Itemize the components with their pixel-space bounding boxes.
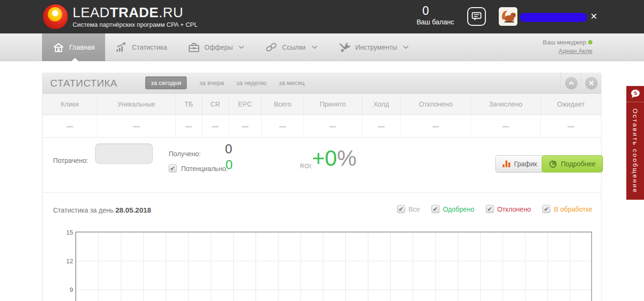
y-axis-tick-9: 9 [57,286,73,293]
cell-total: — [262,115,304,137]
chevron-down-icon [403,45,409,49]
brand-title: LEADTRADE.RU [73,5,198,20]
statistics-icon [116,42,127,53]
user-avatar[interactable] [499,7,517,26]
brand-bold: TRADE [110,5,159,20]
nav-item-links[interactable]: Ссылки [255,33,328,61]
tab-week[interactable]: за неделю [236,79,267,86]
filter-all[interactable]: ✔ Все [397,205,420,213]
spent-input[interactable] [95,143,153,164]
pie-chart-icon [549,160,557,168]
col-header-accepted: Принято [304,94,362,115]
balance-block: 0 Ваш баланс [417,4,454,26]
nav-label-statistics: Статистика [132,43,167,51]
tab-month[interactable]: за месяц [279,79,305,86]
manager-label: Ваш менеджер [543,38,592,47]
squirrel-avatar-image [499,7,517,26]
leadtrade-logo-icon[interactable] [43,4,68,29]
cell-tb: — [176,115,202,137]
filter-rejected-checkbox[interactable]: ✔ [486,205,494,213]
col-header-pending: Ожидает [541,94,601,115]
nav-label-home: Главная [69,43,95,51]
chevron-up-icon [569,81,574,85]
brand-tld: .RU [159,5,183,20]
filter-processing-checkbox[interactable]: ✔ [542,205,550,213]
roi-percent-sign: % [337,146,356,171]
manager-name-link[interactable]: Аднан Акле [558,47,592,54]
tab-today[interactable]: за сегодня [145,76,187,89]
home-icon [53,42,64,53]
col-header-clicks: Клики [43,94,97,115]
filter-processing[interactable]: ✔ В обработке [542,205,592,213]
nav-item-offers[interactable]: Офферы [178,33,256,61]
filter-processing-label: В обработке [554,205,592,213]
day-stats-section: Статистика за день 28.05.2018 ✔ Все ✔ Од… [43,193,601,301]
chevron-down-icon [238,45,245,49]
manager-block: Ваш менеджер Аднан Акле [543,38,592,55]
balance-value: 0 [422,4,454,17]
nav-item-home[interactable]: Главная [42,33,105,61]
potential-checkbox[interactable]: ✔ [169,164,177,172]
filter-all-checkbox[interactable]: ✔ [397,205,405,213]
nav-item-statistics[interactable]: Статистика [105,33,178,61]
spent-label: Потрачено: [53,157,88,164]
day-stats-title: Статистика за день 28.05.2018 [53,206,151,214]
col-header-cr: CR [202,94,229,115]
y-axis-tick-12: 12 [57,258,73,265]
leave-message-tab[interactable]: S Оставить сообщение [626,86,644,200]
messages-button[interactable] [467,7,486,26]
close-panel-button[interactable] [585,77,598,89]
nav-items: Главная Статистика [42,33,419,61]
link-icon [266,42,277,53]
cell-accepted: — [304,115,362,137]
balance-label: Ваш баланс [417,18,454,26]
roi-value: +0% [312,145,356,171]
nav-label-tools: Инструменты [355,43,397,51]
col-header-epc: EPC [229,94,262,115]
col-header-hold: Холд [362,94,401,115]
close-icon [589,81,594,86]
collapse-panel-button[interactable] [565,77,578,89]
cell-clicks: — [43,115,97,137]
filter-rejected-label: Отклонено [497,205,531,213]
top-header: LEADTRADE.RU Система партнёрских програм… [0,0,644,33]
filter-rejected[interactable]: ✔ Отклонено [486,205,531,213]
header-close-icon[interactable]: × [590,11,597,22]
panel-title: СТАТИСТИКА [50,77,118,89]
potential-value: 0 [225,158,233,172]
close-cell [581,73,601,93]
col-header-total: Всего [262,94,304,115]
chart-button[interactable]: График [495,155,544,172]
tools-icon [339,42,351,53]
nav-label-offers: Офферы [204,43,233,51]
col-header-rejected: Отклонено [401,94,471,115]
online-status-dot [588,40,592,44]
nav-item-tools[interactable]: Инструменты [328,33,419,61]
leave-message-label: Оставить сообщение [632,102,639,200]
roi-number: +0 [312,146,337,171]
speech-bubble-icon: S [631,89,640,98]
day-chart-plot-area [75,232,592,301]
y-axis-tick-15: 15 [57,229,73,236]
details-button[interactable]: Подробнее [542,155,603,172]
cell-hold: — [362,115,401,137]
col-header-tb: ТБ [176,94,202,115]
brand-block: LEADTRADE.RU Система партнёрских програм… [73,5,198,28]
feedback-icon-box: S [626,86,644,102]
details-button-label: Подробнее [561,160,596,168]
filter-approved-checkbox[interactable]: ✔ [431,205,440,213]
received-value: 0 [225,142,232,157]
main-nav: Главная Статистика [0,33,644,61]
col-header-credited: Зачислено [471,94,541,115]
tab-yesterday[interactable]: за вчера [199,79,224,86]
nav-label-links: Ссылки [282,43,305,51]
chevron-down-icon [311,45,318,49]
col-header-uniques: Уникальные [97,94,176,115]
redacted-username [520,13,587,22]
filter-approved[interactable]: ✔ Одобрено [431,205,474,213]
brand-subtitle: Система партнёрских программ CPA + CPL [73,21,198,28]
cell-cr: — [202,115,229,137]
chart-button-label: График [514,160,537,168]
filter-approved-label: Одобрено [443,205,474,213]
chart-filters: ✔ Все ✔ Одобрено ✔ Отклонено ✔ В обработ… [397,205,592,213]
